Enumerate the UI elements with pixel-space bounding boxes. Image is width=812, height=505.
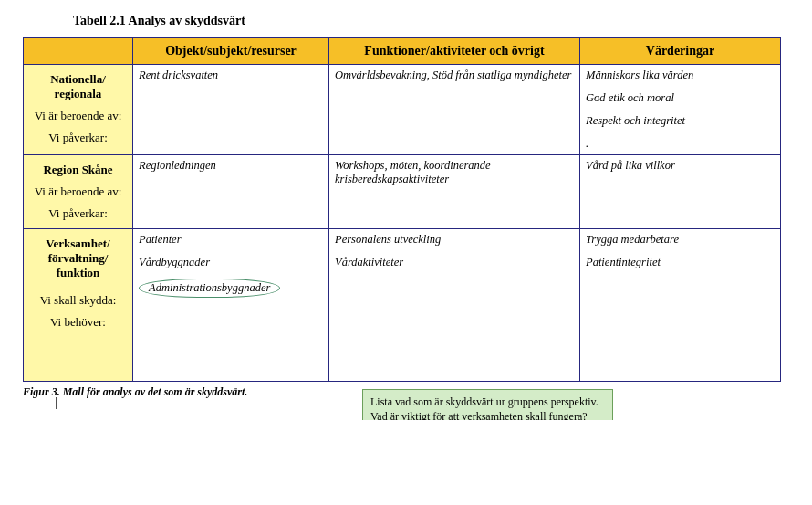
cell-text: Trygga medarbetare: [586, 233, 775, 247]
row3-head: Verksamhet/ förvaltning/ funktion Vi ska…: [24, 229, 133, 382]
table-row: Region Skåne Vi är beroende av: Vi påver…: [24, 155, 781, 229]
row3-head-main: Verksamhet/ förvaltning/ funktion: [27, 237, 129, 280]
header-col2: Funktioner/aktiviteter och övrigt: [329, 38, 580, 65]
row1-col1: Rent dricksvatten: [133, 65, 329, 155]
row3-head-sub1: Vi skall skydda:: [27, 293, 129, 308]
cell-text: Vårdbyggnader: [139, 256, 323, 269]
cell-text: Regionledningen: [139, 159, 323, 173]
cell-text: Människors lika värden: [586, 68, 775, 82]
cell-text: Vård på lika villkor: [586, 159, 775, 173]
row2-head: Region Skåne Vi är beroende av: Vi påver…: [24, 155, 133, 229]
circled-item: Administrationsbyggnader: [139, 279, 280, 298]
row3-head-sub2: Vi behöver:: [27, 315, 129, 330]
row1-col2: Omvärldsbevakning, Stöd från statliga my…: [329, 65, 580, 155]
row1-head-sub2: Vi påverkar:: [27, 131, 129, 145]
cell-text: Rent dricksvatten: [139, 68, 323, 82]
cell-text: Patientintegritet: [586, 256, 775, 269]
cell-text: .: [586, 137, 775, 151]
cell-text: Patienter: [139, 233, 323, 247]
row3-col2: Personalens utveckling Vårdaktiviteter: [329, 229, 580, 382]
table-wrapper: Objekt/subjekt/resurser Funktioner/aktiv…: [23, 37, 789, 382]
header-col1: Objekt/subjekt/resurser: [133, 38, 329, 65]
cell-text: Administrationsbyggnader: [139, 279, 323, 298]
cell-text: Workshops, möten, koordinerande krisbere…: [335, 159, 574, 186]
row2-head-main: Region Skåne: [27, 163, 129, 177]
row3-col3: Trygga medarbetare Patientintegritet: [580, 229, 781, 382]
analysis-table: Objekt/subjekt/resurser Funktioner/aktiv…: [23, 37, 781, 382]
row1-col3: Människors lika värden God etik och mora…: [580, 65, 781, 155]
cell-text: God etik och moral: [586, 91, 775, 105]
cell-text: Vårdaktiviteter: [335, 256, 574, 269]
cell-text: Omvärldsbevakning, Stöd från statliga my…: [335, 68, 574, 82]
header-empty: [24, 38, 133, 65]
table-title: Tabell 2.1 Analys av skyddsvärt: [73, 14, 789, 28]
row2-head-sub1: Vi är beroende av:: [27, 184, 129, 199]
cell-text: Personalens utveckling: [335, 233, 574, 247]
row3-col1: Patienter Vårdbyggnader Administrationsb…: [133, 229, 329, 382]
row1-head-sub1: Vi är beroende av:: [27, 109, 129, 123]
table-row: Nationella/ regionala Vi är beroende av:…: [24, 65, 781, 155]
row2-col1: Regionledningen: [133, 155, 329, 229]
row1-head-main: Nationella/ regionala: [27, 72, 129, 101]
table-row: Verksamhet/ förvaltning/ funktion Vi ska…: [24, 229, 781, 382]
row2-col2: Workshops, möten, koordinerande krisbere…: [329, 155, 580, 229]
row2-col3: Vård på lika villkor: [580, 155, 781, 229]
row1-head: Nationella/ regionala Vi är beroende av:…: [24, 65, 133, 155]
cell-text: Respekt och integritet: [586, 114, 775, 128]
instruction-callout: Lista vad som är skyddsvärt ur gruppens …: [362, 389, 613, 420]
header-col3: Värderingar: [580, 38, 781, 65]
row2-head-sub2: Vi påverkar:: [27, 206, 129, 221]
